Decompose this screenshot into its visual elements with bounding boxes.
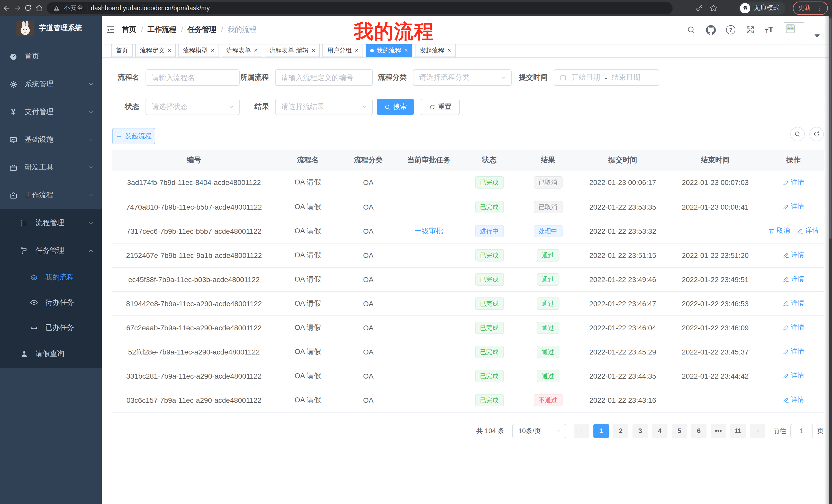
breadcrumb-item-workflow[interactable]: 工作流程 (148, 25, 176, 34)
yen-icon: ¥ (9, 108, 18, 116)
goto-label: 前往 (773, 426, 786, 436)
search-button[interactable]: 搜索 (377, 99, 414, 115)
refresh-button[interactable] (809, 127, 824, 141)
sidebar-item-label: 工作流程 (25, 191, 53, 200)
help-icon[interactable]: ? (726, 25, 735, 34)
page-button[interactable]: 3 (632, 424, 648, 438)
table-row: 7317cec6-7b9b-11ec-b5b7-acde48001122 OA … (112, 219, 824, 243)
page-button[interactable]: 11 (730, 424, 746, 438)
breadcrumb-item-home[interactable]: 首页 (122, 25, 136, 34)
incognito-label: 无痕模式 (754, 4, 780, 12)
font-size-icon[interactable]: TT (765, 26, 773, 34)
page-size-select[interactable]: 10条/页 (512, 424, 566, 438)
tab-process-model[interactable]: 流程模型× (178, 44, 219, 57)
breadcrumb-item-current: 我的流程 (228, 25, 256, 34)
close-icon[interactable]: × (211, 47, 214, 53)
detail-link[interactable]: 详情 (783, 347, 804, 356)
chevron-down-icon (228, 104, 234, 110)
detail-link[interactable]: 详情 (783, 178, 804, 187)
start-process-button[interactable]: 发起流程 (112, 128, 155, 144)
process-name-input[interactable] (146, 69, 240, 86)
github-icon[interactable] (706, 25, 716, 35)
tab-process-form[interactable]: 流程表单× (222, 44, 262, 57)
sidebar-item-infrastructure[interactable]: 基础设施 (0, 126, 102, 153)
password-key-icon[interactable] (695, 4, 704, 12)
table-row: 7470a810-7b9b-11ec-b5b7-acde48001122 OA … (112, 195, 824, 219)
sidebar-collapse-icon[interactable] (102, 25, 122, 35)
browser-actions: 无痕模式 更新 (695, 1, 828, 15)
scrollbar-thumb[interactable] (829, 18, 831, 239)
tab-home[interactable]: 首页 (111, 44, 133, 57)
current-task-link[interactable]: 一级审批 (414, 226, 443, 234)
goto-page-input[interactable] (790, 424, 813, 438)
browser-home-button[interactable] (33, 1, 44, 15)
sidebar-item-workflow[interactable]: 工作流程 (0, 181, 102, 209)
bookmark-star-icon[interactable] (709, 4, 718, 12)
close-icon[interactable]: × (254, 47, 258, 53)
app-logo[interactable]: 芋道管理系统 (0, 16, 102, 36)
avatar-caret-icon[interactable] (814, 34, 820, 37)
sidebar-item-task-management[interactable]: 任务管理 (0, 237, 102, 264)
breadcrumb-separator: / (141, 26, 143, 34)
detail-link[interactable]: 详情 (797, 226, 818, 235)
sidebar-item-home[interactable]: 首页 (0, 43, 102, 71)
close-icon[interactable]: × (167, 47, 171, 53)
tab-start-process[interactable]: 发起流程× (415, 44, 456, 57)
pager: 1 2 3 4 5 6 ••• 11 (574, 424, 765, 438)
result-badge: 通过 (537, 345, 559, 358)
result-select[interactable]: 请选择流结果 (275, 99, 373, 115)
tab-process-form-edit[interactable]: 流程表单-编辑× (265, 44, 320, 57)
prev-page-button[interactable] (574, 424, 589, 438)
sidebar-item-payment[interactable]: ¥ 支付管理 (0, 98, 102, 126)
col-name: 流程名 (276, 150, 340, 171)
browser-forward-button[interactable] (12, 1, 23, 15)
category-select[interactable]: 请选择流程分类 (413, 69, 512, 86)
tab-my-processes[interactable]: 我的流程× (366, 44, 412, 57)
sidebar-item-todo-tasks[interactable]: 待办任务 (0, 290, 102, 315)
status-select[interactable]: 请选择状态 (146, 99, 240, 115)
detail-link[interactable]: 详情 (783, 250, 804, 260)
browser-menu-dots-icon[interactable] (815, 4, 823, 11)
detail-link[interactable]: 详情 (783, 395, 804, 404)
next-page-button[interactable] (750, 424, 765, 438)
incognito-badge[interactable]: 无痕模式 (738, 1, 785, 15)
breadcrumb-item-task-management[interactable]: 任务管理 (188, 25, 216, 34)
page-button[interactable]: 5 (672, 424, 687, 438)
reset-button[interactable]: 重置 (421, 99, 460, 115)
hide-search-button[interactable] (790, 127, 805, 141)
sidebar-item-devtools[interactable]: 研发工具 (0, 153, 102, 181)
browser-update-button[interactable]: 更新 (793, 1, 828, 15)
parent-process-input[interactable] (275, 69, 373, 86)
scrollbar[interactable] (829, 16, 832, 504)
close-icon[interactable]: × (404, 47, 408, 53)
avatar[interactable] (784, 22, 804, 42)
detail-link[interactable]: 详情 (783, 371, 804, 381)
browser-reload-button[interactable] (23, 1, 33, 15)
tab-process-definition[interactable]: 流程定义× (135, 44, 176, 57)
detail-link[interactable]: 详情 (783, 299, 804, 308)
sidebar-item-process-management[interactable]: 流程管理 (0, 209, 102, 237)
cancel-link[interactable]: 取消 (768, 226, 790, 235)
close-icon[interactable]: × (312, 47, 315, 53)
submit-time-range-picker[interactable]: 开始日期 - 结束日期 (554, 69, 659, 86)
address-bar[interactable]: 不安全 dashboard.yudao.iocoder.cn/bpm/task/… (47, 2, 673, 14)
fullscreen-icon[interactable] (746, 25, 755, 34)
browser-back-button[interactable] (1, 1, 12, 15)
page-button[interactable]: 4 (652, 424, 668, 438)
sidebar-item-leave-query[interactable]: 请假查询 (0, 340, 102, 368)
tab-user-group[interactable]: 用户分组× (322, 44, 363, 57)
security-warning-icon[interactable] (53, 4, 60, 11)
sidebar-item-my-processes[interactable]: 我的流程 (0, 264, 102, 290)
page-button[interactable]: 1 (593, 424, 609, 438)
detail-link[interactable]: 详情 (783, 323, 804, 332)
page-button[interactable]: 2 (613, 424, 628, 438)
close-icon[interactable]: × (447, 47, 451, 53)
detail-link[interactable]: 详情 (783, 202, 804, 212)
search-icon[interactable] (686, 25, 696, 34)
sidebar-item-done-tasks[interactable]: 已办任务 (0, 315, 102, 340)
detail-link[interactable]: 详情 (783, 275, 804, 284)
close-icon[interactable]: × (355, 47, 358, 53)
page-button[interactable]: 6 (691, 424, 706, 438)
sidebar-item-system[interactable]: 系统管理 (0, 71, 102, 98)
more-pages-button[interactable]: ••• (711, 424, 726, 438)
